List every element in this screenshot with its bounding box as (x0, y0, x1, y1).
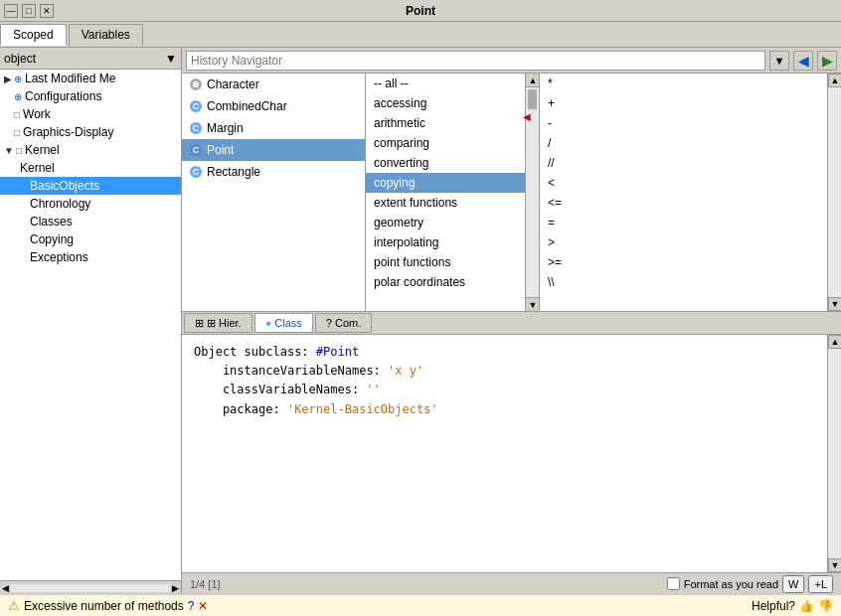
tree-item-last-modified[interactable]: ▶ ⊕ Last Modified Me (0, 70, 181, 87)
code-section: Object subclass: #Point instanceVariable… (182, 335, 841, 572)
scroll-down-btn[interactable]: ▼ (828, 558, 841, 572)
tab-scoped[interactable]: Scoped (0, 24, 67, 46)
category-copying[interactable]: copying (366, 173, 525, 193)
window-controls[interactable]: — □ ✕ (4, 4, 54, 18)
maximize-button[interactable]: ✕ (40, 4, 54, 18)
scroll-up-btn[interactable]: ▲ (526, 74, 540, 87)
restore-button[interactable]: □ (22, 4, 36, 18)
method-item[interactable]: + (540, 93, 827, 113)
method-item[interactable]: / (540, 133, 827, 153)
tree-item-copying[interactable]: Copying (0, 231, 181, 248)
tree-item-label: BasicObjects (30, 179, 99, 193)
class-item-character[interactable]: ⊛ Character (182, 74, 365, 95)
class-label: Margin (207, 121, 244, 135)
method-item[interactable]: <= (540, 193, 827, 213)
tree-item-label: Chronology (30, 197, 90, 211)
methods-panel: * + - / // < <= = > >= \\ (540, 74, 827, 311)
tree-item-chronology[interactable]: Chronology (0, 195, 181, 213)
category-accessing[interactable]: accessing (366, 93, 525, 113)
tree-item-exceptions[interactable]: Exceptions (0, 248, 181, 266)
tab-hier[interactable]: ⊞ ⊞ Hier. (184, 313, 252, 333)
tab-icon: ? (326, 317, 332, 329)
class-icon: ⊛ (190, 78, 202, 90)
scroll-up-btn[interactable]: ▲ (828, 335, 841, 349)
main-content: object ▼ ▶ ⊕ Last Modified Me ⊕ Configur… (0, 48, 841, 594)
tab-variables[interactable]: Variables (69, 24, 143, 46)
thumbs-up-button[interactable]: 👍 (799, 599, 814, 613)
tree-item-classes[interactable]: Classes (0, 213, 181, 231)
code-scrollbar[interactable]: ▲ ▼ (827, 335, 841, 572)
format-checkbox[interactable] (667, 577, 680, 590)
tree-item-basicobjects[interactable]: BasicObjects (0, 177, 181, 195)
warning-close-button[interactable]: ✕ (198, 599, 208, 613)
tree-item-label: Kernel (20, 161, 55, 175)
class-item-margin[interactable]: C Margin (182, 117, 365, 139)
object-dropdown-icon[interactable]: ▼ (165, 52, 177, 66)
history-input[interactable] (186, 51, 765, 71)
tree-item-label: Copying (30, 232, 74, 246)
object-label: object (4, 52, 36, 66)
tree-item-label: Configurations (25, 89, 101, 103)
thumbs-down-button[interactable]: 👎 (818, 599, 833, 613)
categories-panel: -- all -- accessing arithmetic comparing… (366, 74, 540, 311)
expand-icon: ▶ (4, 74, 12, 84)
tab-label: ⊞ Hier. (207, 317, 242, 330)
status-bar: 1/4 [1] Format as you read W +L (182, 572, 841, 594)
plusl-button[interactable]: +L (808, 575, 833, 593)
right-panel: ▼ ◀ ▶ ⊛ Character C CombinedChar C (182, 48, 841, 594)
scroll-left-btn[interactable]: ◀ (0, 583, 11, 593)
left-panel: object ▼ ▶ ⊕ Last Modified Me ⊕ Configur… (0, 48, 182, 594)
category-comparing[interactable]: comparing (366, 133, 525, 153)
method-item[interactable]: = (540, 213, 827, 232)
scroll-right-btn[interactable]: ▶ (170, 583, 181, 593)
tree-item-graphics[interactable]: □ Graphics-Display (0, 123, 181, 141)
minimize-button[interactable]: — (4, 4, 18, 18)
category-arithmetic[interactable]: arithmetic (366, 113, 525, 133)
history-back-button[interactable]: ◀ (793, 51, 813, 71)
category-geometry[interactable]: geometry (366, 213, 525, 232)
tree-item-work[interactable]: □ Work (0, 105, 181, 123)
classes-panel: ⊛ Character C CombinedChar C Margin C Po… (182, 74, 366, 311)
tab-icon: ⊞ (195, 317, 204, 330)
scroll-position-marker: ◀ (523, 111, 536, 122)
scroll-up-btn[interactable]: ▲ (828, 74, 841, 87)
scroll-down-btn[interactable]: ▼ (526, 297, 540, 311)
categories-scrollbar[interactable]: ▲ ◀ ▼ (525, 74, 539, 311)
tab-com[interactable]: ? Com. (315, 313, 372, 333)
history-filter-button[interactable]: ▼ (769, 51, 789, 71)
code-editor[interactable]: Object subclass: #Point instanceVariable… (182, 335, 827, 572)
method-item[interactable]: >= (540, 252, 827, 272)
tree-item-kernel-root[interactable]: ▼ □ Kernel (0, 141, 181, 159)
method-item[interactable]: > (540, 232, 827, 252)
category-point-functions[interactable]: point functions (366, 252, 525, 272)
category-converting[interactable]: converting (366, 153, 525, 173)
code-line-3: classVariableNames: '' (194, 381, 815, 399)
class-item-point[interactable]: C Point (182, 139, 365, 161)
tree-node-icon: □ (14, 127, 20, 138)
methods-scrollbar[interactable]: ▲ ▼ (827, 74, 841, 311)
scroll-track (11, 584, 170, 592)
method-item[interactable]: // (540, 153, 827, 173)
class-item-combinedchar[interactable]: C CombinedChar (182, 95, 365, 117)
tree-item-configurations[interactable]: ⊕ Configurations (0, 87, 181, 105)
class-label: CombinedChar (207, 99, 287, 113)
tree-item-label: Exceptions (30, 250, 88, 264)
scroll-down-btn[interactable]: ▼ (828, 297, 841, 311)
method-item[interactable]: < (540, 173, 827, 193)
category-extent[interactable]: extent functions (366, 193, 525, 213)
class-item-rectangle[interactable]: C Rectangle (182, 161, 365, 183)
method-item[interactable]: - (540, 113, 827, 133)
category-interpolating[interactable]: interpolating (366, 232, 525, 252)
tab-class[interactable]: ● Class (254, 313, 313, 333)
method-item[interactable]: * (540, 74, 827, 93)
code-keyword: classVariableNames: (194, 383, 366, 396)
format-checkbox-label[interactable]: Format as you read (667, 577, 778, 590)
category-polar[interactable]: polar coordinates (366, 272, 525, 292)
method-item[interactable]: \\ (540, 272, 827, 292)
category-all[interactable]: -- all -- (366, 74, 525, 93)
h-scrollbar[interactable]: ◀ ▶ (0, 580, 181, 594)
tree-item-kernel[interactable]: Kernel (0, 159, 181, 177)
warning-help-button[interactable]: ? (188, 599, 195, 613)
history-forward-button[interactable]: ▶ (817, 51, 837, 71)
w-button[interactable]: W (782, 575, 804, 593)
